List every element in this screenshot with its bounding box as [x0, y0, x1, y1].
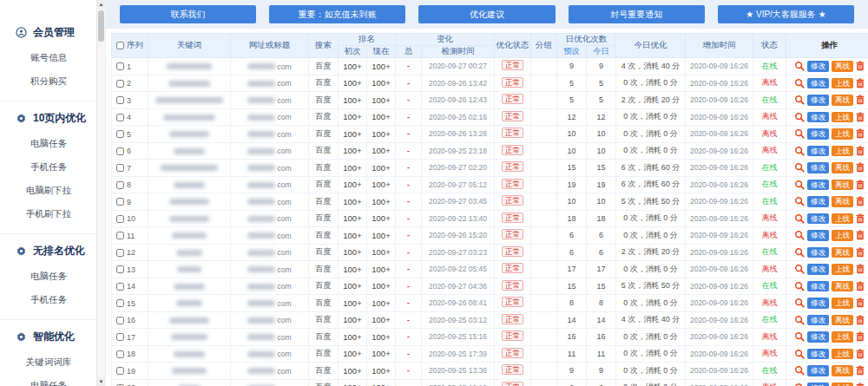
- search-icon[interactable]: [794, 112, 805, 122]
- trash-icon[interactable]: [856, 349, 865, 359]
- search-icon[interactable]: [794, 247, 805, 258]
- toggle-online-button[interactable]: 上线: [832, 213, 853, 225]
- trash-icon[interactable]: [856, 281, 865, 291]
- sidebar-item[interactable]: 积分购买: [0, 70, 97, 93]
- trash-icon[interactable]: [856, 180, 865, 190]
- modify-button[interactable]: 修改: [807, 146, 829, 157]
- trash-icon[interactable]: [856, 264, 865, 274]
- modify-button[interactable]: 修改: [807, 247, 829, 258]
- sidebar-item[interactable]: 账号信息: [0, 47, 97, 69]
- sidebar-item[interactable]: 关键词词库: [0, 351, 97, 374]
- modify-button[interactable]: 修改: [807, 365, 829, 376]
- sidebar-item[interactable]: 电脑任务: [0, 375, 97, 386]
- row-checkbox[interactable]: [116, 283, 124, 291]
- modify-button[interactable]: 修改: [807, 213, 829, 225]
- modify-button[interactable]: 修改: [807, 180, 829, 191]
- toolbar-button-3[interactable]: 封号重要通知: [569, 5, 705, 23]
- row-checkbox[interactable]: [116, 215, 124, 223]
- search-icon[interactable]: [794, 264, 805, 274]
- sidebar-item[interactable]: 电脑任务: [0, 133, 97, 155]
- trash-icon[interactable]: [856, 365, 865, 376]
- toggle-online-button[interactable]: 上线: [832, 383, 853, 386]
- row-checkbox[interactable]: [116, 80, 124, 88]
- toggle-online-button[interactable]: 离线: [832, 247, 853, 258]
- search-icon[interactable]: [794, 146, 805, 156]
- row-checkbox[interactable]: [116, 130, 124, 138]
- trash-icon[interactable]: [856, 78, 865, 88]
- sidebar-item[interactable]: 电脑任务: [0, 265, 97, 288]
- toggle-online-button[interactable]: 上线: [832, 331, 853, 343]
- toggle-online-button[interactable]: 离线: [832, 95, 853, 106]
- search-icon[interactable]: [794, 365, 805, 376]
- trash-icon[interactable]: [856, 331, 865, 342]
- row-checkbox[interactable]: [116, 62, 124, 70]
- trash-icon[interactable]: [856, 383, 865, 386]
- scrollbar-down-arrow-icon[interactable]: ▼: [97, 377, 105, 386]
- toggle-online-button[interactable]: 离线: [832, 365, 853, 376]
- sidebar-item[interactable]: 手机任务: [0, 289, 97, 311]
- row-checkbox[interactable]: [116, 350, 124, 358]
- search-icon[interactable]: [794, 213, 805, 224]
- toggle-online-button[interactable]: 上线: [832, 128, 853, 140]
- trash-icon[interactable]: [856, 95, 865, 105]
- trash-icon[interactable]: [856, 213, 865, 224]
- row-checkbox[interactable]: [116, 114, 124, 121]
- modify-button[interactable]: 修改: [807, 112, 829, 123]
- search-icon[interactable]: [794, 315, 805, 325]
- row-checkbox[interactable]: [116, 181, 124, 189]
- row-checkbox[interactable]: [116, 299, 124, 307]
- modify-button[interactable]: 修改: [807, 281, 829, 292]
- row-checkbox[interactable]: [116, 232, 124, 239]
- toolbar-button-1[interactable]: 重要：如充值未到账: [269, 5, 405, 23]
- modify-button[interactable]: 修改: [807, 128, 829, 140]
- sidebar-section-title[interactable]: 10页内优化: [0, 105, 97, 132]
- sidebar-item[interactable]: 手机任务: [0, 156, 97, 179]
- search-icon[interactable]: [794, 298, 805, 308]
- toggle-online-button[interactable]: 离线: [832, 180, 853, 191]
- scrollbar-up-arrow-icon[interactable]: ▲: [97, 0, 105, 9]
- trash-icon[interactable]: [856, 298, 865, 308]
- trash-icon[interactable]: [856, 146, 865, 156]
- trash-icon[interactable]: [856, 162, 865, 173]
- row-checkbox[interactable]: [116, 367, 124, 375]
- search-icon[interactable]: [794, 128, 805, 139]
- search-icon[interactable]: [794, 196, 805, 206]
- search-icon[interactable]: [794, 383, 805, 386]
- toggle-online-button[interactable]: 上线: [832, 230, 853, 241]
- search-icon[interactable]: [794, 281, 805, 291]
- trash-icon[interactable]: [856, 230, 865, 240]
- sidebar-section-title[interactable]: 智能优化: [0, 324, 97, 350]
- search-icon[interactable]: [794, 61, 805, 71]
- row-checkbox[interactable]: [116, 198, 124, 206]
- modify-button[interactable]: 修改: [807, 383, 829, 386]
- toggle-online-button[interactable]: 上线: [832, 349, 853, 360]
- modify-button[interactable]: 修改: [807, 61, 829, 72]
- modify-button[interactable]: 修改: [807, 331, 829, 343]
- toggle-online-button[interactable]: 上线: [832, 298, 853, 309]
- toggle-online-button[interactable]: 上线: [832, 264, 853, 275]
- trash-icon[interactable]: [856, 128, 865, 139]
- search-icon[interactable]: [794, 180, 805, 190]
- sidebar-section-title[interactable]: 会员管理: [0, 19, 97, 46]
- trash-icon[interactable]: [856, 315, 865, 325]
- row-checkbox[interactable]: [116, 147, 124, 155]
- row-checkbox[interactable]: [116, 333, 124, 341]
- toggle-online-button[interactable]: 离线: [832, 281, 853, 292]
- modify-button[interactable]: 修改: [807, 298, 829, 309]
- row-checkbox[interactable]: [116, 96, 124, 104]
- toggle-online-button[interactable]: 上线: [832, 112, 853, 123]
- trash-icon[interactable]: [856, 61, 865, 71]
- trash-icon[interactable]: [856, 247, 865, 258]
- search-icon[interactable]: [794, 230, 805, 240]
- modify-button[interactable]: 修改: [807, 95, 829, 106]
- toolbar-button-2[interactable]: 优化建议: [418, 5, 555, 23]
- search-icon[interactable]: [794, 349, 805, 359]
- trash-icon[interactable]: [856, 196, 865, 206]
- modify-button[interactable]: 修改: [807, 349, 829, 360]
- search-icon[interactable]: [794, 162, 805, 173]
- search-icon[interactable]: [794, 331, 805, 342]
- row-checkbox[interactable]: [116, 164, 124, 172]
- modify-button[interactable]: 修改: [807, 230, 829, 241]
- scrollbar-thumb[interactable]: [98, 10, 104, 42]
- row-checkbox[interactable]: [116, 249, 124, 257]
